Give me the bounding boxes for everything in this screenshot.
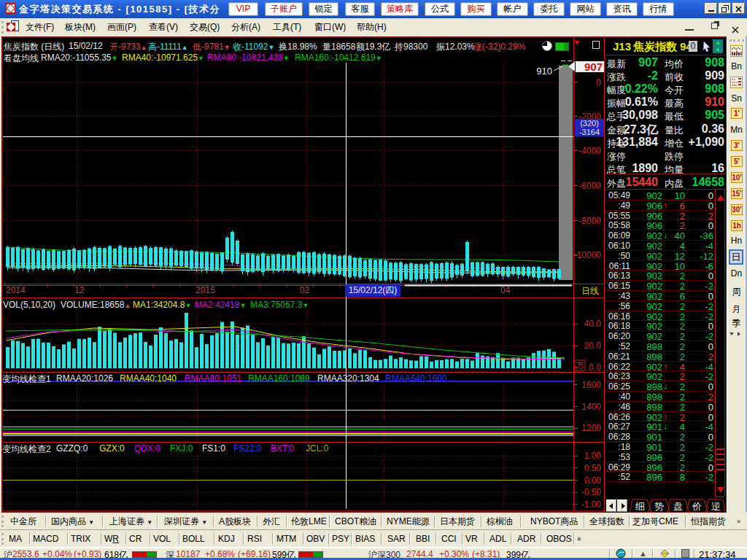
svg-text:-0.50: -0.50 bbox=[581, 487, 602, 497]
svg-text:40.0: 40.0 bbox=[584, 319, 602, 329]
svg-text:0: 0 bbox=[596, 77, 601, 88]
svg-text:20.0: 20.0 bbox=[584, 341, 602, 351]
svg-text:0.0: 0.0 bbox=[589, 362, 601, 373]
svg-text:910: 910 bbox=[536, 66, 552, 77]
svg-text:0.50: 0.50 bbox=[584, 463, 602, 473]
svg-text:1.00: 1.00 bbox=[584, 451, 602, 461]
svg-text:逆: 逆 bbox=[711, 501, 721, 512]
svg-text:价: 价 bbox=[692, 501, 702, 512]
svg-text:1400: 1400 bbox=[581, 402, 601, 412]
svg-text:-4000: -4000 bbox=[578, 146, 601, 156]
svg-text:-6000: -6000 bbox=[578, 181, 601, 191]
svg-text:盘: 盘 bbox=[673, 501, 683, 512]
svg-text:-1.00: -1.00 bbox=[581, 499, 602, 510]
svg-text:细: 细 bbox=[635, 501, 645, 512]
svg-text:1200: 1200 bbox=[581, 423, 601, 433]
svg-text:0.00: 0.00 bbox=[584, 475, 602, 486]
svg-text:万: 万 bbox=[576, 361, 584, 370]
svg-text:势: 势 bbox=[654, 501, 664, 512]
svg-text:-8000: -8000 bbox=[578, 216, 601, 226]
svg-text:-10000: -10000 bbox=[574, 250, 602, 260]
svg-text:1600: 1600 bbox=[581, 380, 601, 390]
